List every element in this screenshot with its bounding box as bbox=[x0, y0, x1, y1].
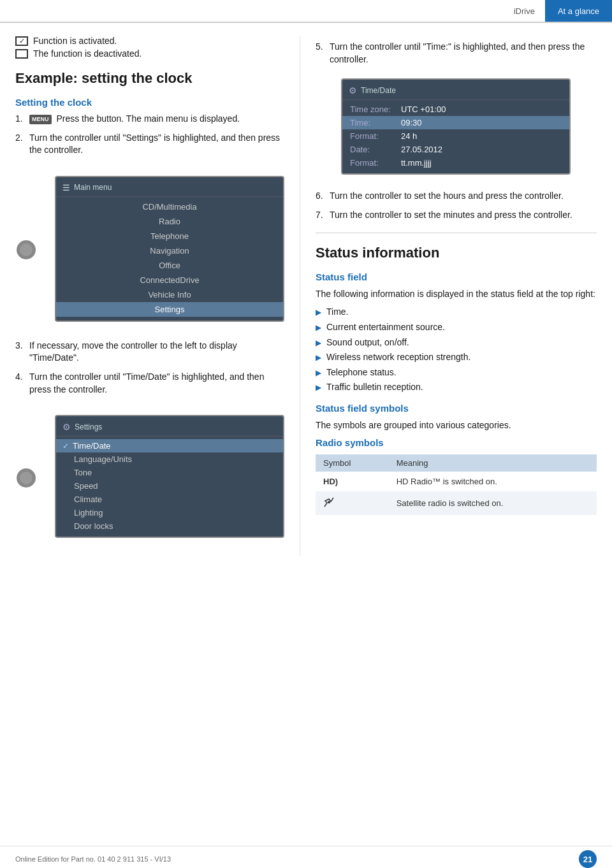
step-5-num: 5. bbox=[316, 41, 330, 66]
step-2-num: 2. bbox=[15, 132, 29, 157]
status-field-subsection: Status field bbox=[316, 271, 597, 282]
main-menu-screen: ☰ Main menu CD/Multimedia Radio Telephon… bbox=[55, 176, 284, 322]
left-column: Function is activated. The function is d… bbox=[0, 36, 300, 556]
td-date-label: Date: bbox=[350, 145, 401, 154]
empty-icon bbox=[15, 49, 28, 59]
radio-symbols-table: Symbol Meaning HD) HD Radio™ is switched… bbox=[316, 454, 597, 515]
settings-language-units: Language/Units bbox=[56, 452, 283, 466]
satellite-icon bbox=[323, 496, 335, 508]
function-item-activated: Function is activated. bbox=[15, 36, 284, 46]
table-row: Satellite radio is switched on. bbox=[316, 491, 597, 515]
settings-climate-label: Climate bbox=[74, 495, 102, 504]
step-3-num: 3. bbox=[15, 340, 29, 365]
menu-settings: Settings bbox=[56, 302, 283, 317]
controller-left bbox=[17, 240, 36, 259]
step-1-num: 1. bbox=[15, 113, 29, 126]
status-item-traffic-text: Traffic bulletin reception. bbox=[326, 381, 423, 394]
status-field-body: The following information is displayed i… bbox=[316, 287, 597, 301]
td-format2-value: tt.mm.jjjj bbox=[401, 158, 432, 168]
td-row-format1: Format: 24 h bbox=[342, 129, 569, 143]
status-information-title: Status information bbox=[316, 245, 597, 261]
bullet-arrow-6: ▶ bbox=[316, 382, 321, 393]
table-header-symbol: Symbol bbox=[316, 454, 389, 472]
time-date-gear-icon: ⚙ bbox=[349, 85, 357, 96]
gear-icon: ⚙ bbox=[62, 422, 71, 432]
settings-tone: Tone bbox=[56, 466, 283, 479]
settings-climate: Climate bbox=[56, 493, 283, 506]
function-item-deactivated: The function is deactivated. bbox=[15, 48, 284, 59]
controller-inner bbox=[20, 243, 33, 256]
menu-vehicle-info: Vehicle Info bbox=[56, 287, 283, 302]
settings-speed: Speed bbox=[56, 479, 283, 493]
status-item-sound-text: Sound output, on/off. bbox=[326, 336, 409, 349]
bullet-arrow-1: ▶ bbox=[316, 307, 321, 318]
main-content: Function is activated. The function is d… bbox=[0, 23, 612, 556]
step-2: 2. Turn the controller until "Settings" … bbox=[15, 132, 284, 157]
td-time-value: 09:30 bbox=[401, 118, 422, 127]
step-4-text: Turn the controller until "Time/Date" is… bbox=[29, 371, 284, 396]
main-menu-screen-wrapper: ☰ Main menu CD/Multimedia Radio Telephon… bbox=[41, 170, 284, 331]
step-5-text: Turn the controller until "Time:" is hig… bbox=[330, 41, 597, 66]
td-format2-label: Format: bbox=[350, 158, 401, 168]
step-7: 7. Turn the controller to set the minute… bbox=[316, 209, 597, 222]
menu-office: Office bbox=[56, 258, 283, 273]
td-format1-label: Format: bbox=[350, 131, 401, 141]
step-7-num: 7. bbox=[316, 209, 330, 222]
status-item-telephone: ▶ Telephone status. bbox=[316, 366, 597, 379]
settings-speed-label: Speed bbox=[74, 481, 98, 491]
settings-screen-wrapper: ⚙ Settings ✓ Time/Date Language/Units To… bbox=[41, 409, 284, 547]
symbol-satellite bbox=[316, 491, 389, 515]
step-6-num: 6. bbox=[316, 190, 330, 203]
td-timezone-value: UTC +01:00 bbox=[401, 105, 446, 114]
settings-screen: ⚙ Settings ✓ Time/Date Language/Units To… bbox=[55, 415, 284, 538]
status-item-entertainment: ▶ Current entertainment source. bbox=[316, 321, 597, 334]
settings-time-date: ✓ Time/Date bbox=[56, 439, 283, 452]
step-7-text: Turn the controller to set the minutes a… bbox=[330, 209, 597, 222]
radio-symbols-subsection: Radio symbols bbox=[316, 437, 597, 448]
function-deactivated-text: The function is deactivated. bbox=[33, 48, 142, 59]
step-4: 4. Turn the controller until "Time/Date"… bbox=[15, 371, 284, 396]
footer-text: Online Edition for Part no. 01 40 2 911 … bbox=[15, 855, 171, 863]
menu-button-icon: MENU bbox=[29, 115, 52, 124]
bullet-arrow-3: ▶ bbox=[316, 338, 321, 349]
td-row-format2: Format: tt.mm.jjjj bbox=[342, 156, 569, 170]
time-date-screen-wrapper: ⚙ Time/Date Time zone: UTC +01:00 Time: … bbox=[341, 78, 571, 175]
td-row-timezone: Time zone: UTC +01:00 bbox=[342, 103, 569, 116]
menu-telephone: Telephone bbox=[56, 229, 283, 243]
step-2-text: Turn the controller until "Settings" is … bbox=[29, 132, 284, 157]
menu-connected-drive: ConnectedDrive bbox=[56, 273, 283, 287]
checked-icon bbox=[15, 36, 28, 46]
time-date-screen: ⚙ Time/Date Time zone: UTC +01:00 Time: … bbox=[341, 78, 571, 175]
step-5: 5. Turn the controller until "Time:" is … bbox=[316, 41, 597, 66]
bullet-arrow-2: ▶ bbox=[316, 322, 321, 333]
symbol-hd: HD) bbox=[316, 472, 389, 491]
divider bbox=[316, 233, 597, 233]
svg-point-0 bbox=[328, 501, 330, 503]
function-activated-text: Function is activated. bbox=[33, 36, 117, 46]
td-date-value: 27.05.2012 bbox=[401, 145, 442, 154]
step-1-text: Press the button. The main menu is displ… bbox=[56, 113, 240, 124]
checkmark-icon: ✓ bbox=[62, 442, 69, 451]
main-menu-title-bar: ☰ Main menu bbox=[56, 181, 283, 197]
td-format1-value: 24 h bbox=[401, 131, 417, 141]
step-6: 6. Turn the controller to set the hours … bbox=[316, 190, 597, 203]
status-item-telephone-text: Telephone status. bbox=[326, 366, 397, 379]
controller-inner-2 bbox=[20, 472, 33, 484]
settings-door-locks-label: Door locks bbox=[74, 521, 113, 531]
settings-door-locks: Door locks bbox=[56, 519, 283, 533]
step-1: 1. MENU Press the button. The main menu … bbox=[15, 113, 284, 126]
page-number: 21 bbox=[579, 850, 597, 868]
status-item-time-text: Time. bbox=[326, 306, 348, 319]
menu-icon-symbol: ☰ bbox=[62, 183, 70, 192]
td-time-label: Time: bbox=[350, 118, 401, 127]
table-row: HD) HD Radio™ is switched on. bbox=[316, 472, 597, 491]
settings-lighting: Lighting bbox=[56, 506, 283, 519]
table-header-row: Symbol Meaning bbox=[316, 454, 597, 472]
table-header-meaning: Meaning bbox=[389, 454, 597, 472]
status-item-traffic: ▶ Traffic bulletin reception. bbox=[316, 381, 597, 394]
header-idrive-label: iDrive bbox=[504, 0, 545, 22]
menu-navigation: Navigation bbox=[56, 243, 283, 258]
header-at-a-glance-label: At a glance bbox=[545, 0, 612, 22]
example-section-title: Example: setting the clock bbox=[15, 70, 284, 87]
menu-cd-multimedia: CD/Multimedia bbox=[56, 199, 283, 214]
